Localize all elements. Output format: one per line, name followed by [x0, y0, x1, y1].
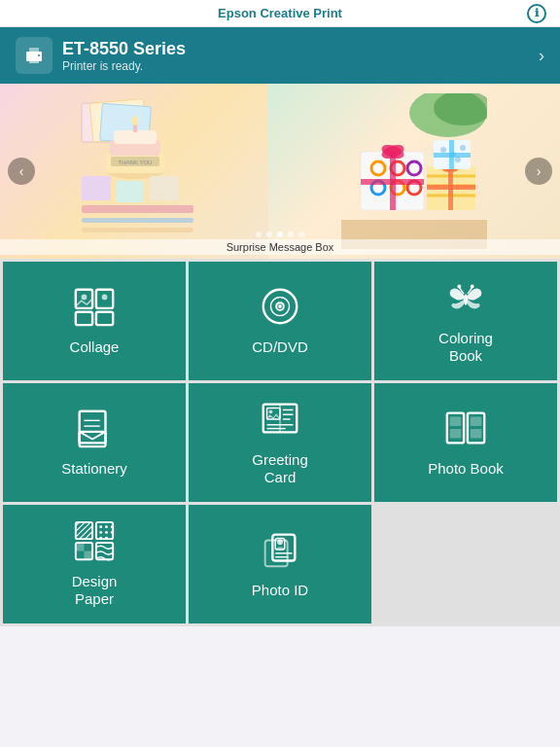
collage-button[interactable]: Collage [3, 262, 186, 380]
svg-point-70 [457, 285, 461, 289]
svg-rect-91 [450, 429, 462, 439]
svg-point-67 [464, 294, 468, 305]
header-text: ET-8550 Series Printer is ready. [62, 39, 186, 73]
printer-svg [22, 44, 46, 67]
info-button[interactable]: ℹ [527, 4, 546, 23]
svg-point-32 [375, 185, 381, 191]
svg-rect-2 [29, 57, 39, 63]
svg-rect-92 [471, 417, 482, 427]
collage-label: Collage [70, 338, 120, 356]
carousel-next-button[interactable]: › [525, 158, 552, 185]
svg-rect-111 [76, 543, 85, 551]
photo-id-icon [258, 527, 302, 572]
svg-point-50 [440, 147, 446, 153]
svg-point-108 [99, 537, 102, 540]
svg-point-30 [411, 165, 417, 171]
svg-point-61 [82, 295, 88, 301]
feature-grid: Collage CD/DVD Coloring Book [0, 259, 560, 626]
svg-point-109 [105, 537, 108, 540]
svg-rect-93 [471, 429, 482, 439]
svg-point-52 [460, 145, 466, 151]
carousel-dot-5[interactable] [298, 231, 304, 237]
svg-line-96 [76, 522, 86, 532]
carousel-caption: Surprise Message Box [0, 239, 560, 255]
svg-rect-19 [82, 218, 193, 223]
svg-point-80 [269, 409, 273, 413]
carousel-right-image [268, 84, 560, 259]
svg-rect-60 [96, 312, 113, 325]
svg-point-71 [471, 285, 474, 289]
svg-point-66 [278, 304, 282, 308]
photo-book-icon [443, 406, 488, 450]
coloring-book-label: Coloring Book [438, 330, 493, 365]
svg-point-3 [38, 54, 40, 56]
greeting-card-button[interactable]: Greeting Card [189, 383, 371, 502]
carousel-dot-3[interactable] [277, 231, 283, 237]
svg-point-103 [105, 525, 108, 528]
svg-rect-18 [82, 205, 193, 213]
svg-point-36 [411, 185, 417, 191]
carousel-dot-4[interactable] [288, 231, 294, 237]
svg-line-98 [80, 526, 92, 539]
header-left: ET-8550 Series Printer is ready. [16, 37, 186, 74]
svg-point-117 [277, 539, 283, 545]
coloring-book-button[interactable]: Coloring Book [374, 262, 557, 380]
header-chevron-icon[interactable]: › [539, 46, 544, 66]
svg-rect-16 [116, 181, 143, 202]
svg-rect-17 [150, 176, 179, 200]
stationery-button[interactable]: Stationery [3, 383, 186, 502]
design-paper-button[interactable]: Design Paper [3, 505, 186, 623]
svg-point-104 [111, 525, 114, 528]
svg-rect-15 [82, 176, 111, 200]
carousel-dot-1[interactable] [256, 231, 262, 237]
cddvd-label: CD/DVD [252, 338, 308, 356]
svg-rect-46 [427, 185, 475, 190]
stationery-label: Stationery [61, 460, 127, 478]
svg-rect-112 [84, 551, 92, 560]
greeting-card-icon [258, 397, 302, 442]
svg-point-102 [99, 525, 102, 528]
greeting-card-label: Greeting Card [252, 451, 308, 486]
svg-point-26 [375, 165, 381, 171]
design-paper-icon [72, 518, 117, 563]
photo-id-label: Photo ID [252, 582, 308, 599]
svg-point-105 [99, 531, 102, 534]
svg-rect-59 [76, 312, 92, 325]
svg-rect-1 [29, 48, 39, 53]
coloring-book-icon [443, 275, 488, 320]
collage-icon [72, 284, 117, 329]
svg-text:THANK YOU: THANK YOU [119, 160, 153, 165]
svg-rect-20 [82, 228, 193, 232]
svg-rect-90 [450, 417, 462, 427]
svg-point-106 [105, 531, 108, 534]
svg-point-12 [132, 116, 138, 125]
carousel-left-image: THANK YOU [0, 84, 280, 259]
carousel-dots [256, 231, 304, 237]
carousel-left-svg: THANK YOU [77, 93, 203, 249]
printer-status: Printer is ready. [62, 59, 186, 73]
carousel-prev-button[interactable]: ‹ [8, 158, 35, 185]
design-paper-label: Design Paper [72, 573, 118, 608]
svg-rect-38 [361, 179, 424, 185]
printer-icon [16, 37, 52, 74]
carousel: THANK YOU [0, 84, 560, 259]
svg-point-62 [102, 295, 108, 301]
app-title: Epson Creative Print [218, 6, 342, 20]
photo-book-button[interactable]: Photo Book [374, 383, 557, 502]
svg-rect-100 [76, 522, 92, 539]
cddvd-icon [258, 284, 302, 329]
stationery-icon [72, 406, 117, 450]
svg-rect-10 [114, 130, 157, 144]
printer-name: ET-8550 Series [62, 39, 186, 59]
carousel-dot-2[interactable] [266, 231, 272, 237]
printer-header[interactable]: ET-8550 Series Printer is ready. › [0, 27, 560, 84]
svg-point-107 [111, 531, 114, 534]
photo-book-label: Photo Book [428, 460, 504, 478]
svg-rect-55 [434, 153, 471, 158]
cddvd-button[interactable]: CD/DVD [189, 262, 371, 380]
photo-id-button[interactable]: Photo ID [189, 505, 371, 623]
carousel-right-svg [341, 93, 487, 249]
status-bar: Epson Creative Print ℹ [0, 0, 560, 27]
svg-rect-94 [76, 522, 92, 539]
svg-rect-101 [96, 522, 113, 539]
